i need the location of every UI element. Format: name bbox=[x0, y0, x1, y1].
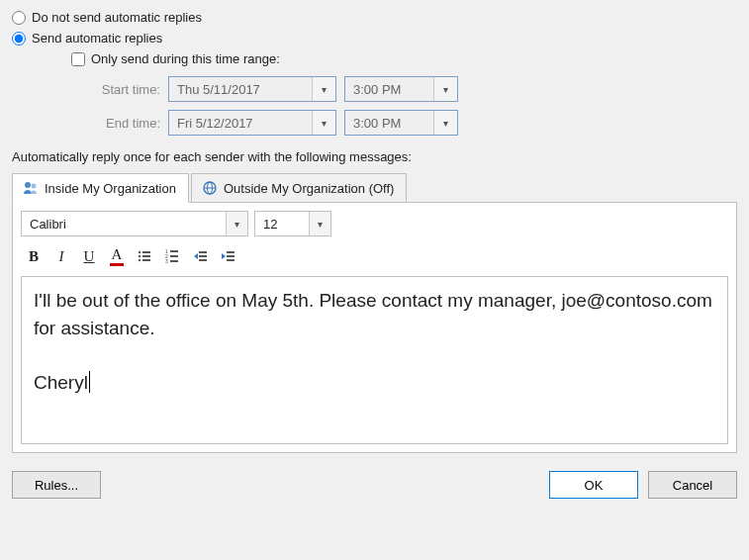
decrease-indent-button[interactable] bbox=[187, 244, 213, 268]
tab-outside-label: Outside My Organization (Off) bbox=[224, 181, 394, 196]
font-name-combo[interactable]: Calibri ▾ bbox=[21, 211, 248, 236]
end-date-combo[interactable]: Fri 5/12/2017 ▾ bbox=[168, 110, 336, 136]
chevron-down-icon[interactable]: ▾ bbox=[312, 77, 335, 101]
font-name-value: Calibri bbox=[22, 217, 226, 232]
svg-point-0 bbox=[25, 182, 31, 188]
time-range-checkbox-label: Only send during this time range: bbox=[91, 51, 280, 66]
ok-button[interactable]: OK bbox=[549, 471, 638, 499]
editor-panel: Calibri ▾ 12 ▾ B I U A 123 I'll be out o… bbox=[12, 202, 737, 453]
svg-rect-15 bbox=[170, 255, 178, 257]
svg-rect-14 bbox=[170, 250, 178, 252]
numbered-list-button[interactable]: 123 bbox=[159, 244, 185, 268]
italic-button[interactable]: I bbox=[48, 244, 74, 268]
svg-rect-18 bbox=[199, 251, 207, 253]
start-time-value: 3:00 PM bbox=[345, 82, 433, 97]
radio-send-label: Send automatic replies bbox=[32, 31, 162, 46]
svg-rect-20 bbox=[199, 259, 207, 261]
chevron-down-icon[interactable]: ▾ bbox=[433, 77, 457, 101]
svg-rect-19 bbox=[199, 255, 207, 257]
radio-do-not-send-label: Do not send automatic replies bbox=[32, 10, 202, 25]
svg-point-5 bbox=[139, 251, 140, 253]
time-range-grid: Start time: Thu 5/11/2017 ▾ 3:00 PM ▾ En… bbox=[71, 76, 737, 136]
formatting-toolbar: B I U A 123 bbox=[21, 242, 728, 276]
svg-marker-21 bbox=[222, 253, 226, 259]
chevron-down-icon[interactable]: ▾ bbox=[309, 212, 330, 235]
chevron-down-icon[interactable]: ▾ bbox=[433, 111, 457, 135]
users-icon bbox=[23, 180, 39, 196]
svg-rect-24 bbox=[227, 259, 234, 261]
font-color-button[interactable]: A bbox=[104, 244, 130, 268]
radio-do-not-send[interactable]: Do not send automatic replies bbox=[12, 10, 737, 25]
svg-rect-9 bbox=[142, 255, 150, 257]
text-cursor bbox=[89, 371, 90, 393]
end-time-combo[interactable]: 3:00 PM ▾ bbox=[344, 110, 458, 136]
start-date-value: Thu 5/11/2017 bbox=[169, 82, 312, 97]
section-label: Automatically reply once for each sender… bbox=[12, 149, 737, 164]
start-time-combo[interactable]: 3:00 PM ▾ bbox=[344, 76, 458, 102]
svg-rect-16 bbox=[170, 260, 178, 262]
dialog-footer: Rules... OK Cancel bbox=[12, 471, 737, 499]
end-time-label: End time: bbox=[71, 116, 160, 131]
time-range-checkbox[interactable] bbox=[71, 52, 85, 66]
svg-rect-22 bbox=[227, 251, 234, 253]
svg-rect-23 bbox=[227, 255, 234, 257]
font-size-combo[interactable]: 12 ▾ bbox=[254, 211, 331, 236]
svg-rect-8 bbox=[142, 251, 150, 253]
start-date-combo[interactable]: Thu 5/11/2017 ▾ bbox=[168, 76, 336, 102]
time-range-checkbox-row[interactable]: Only send during this time range: bbox=[71, 51, 737, 66]
bold-button[interactable]: B bbox=[21, 244, 47, 268]
tab-inside-label: Inside My Organization bbox=[45, 181, 176, 196]
svg-point-7 bbox=[139, 259, 140, 261]
radio-do-not-send-input[interactable] bbox=[12, 11, 26, 25]
underline-button[interactable]: U bbox=[76, 244, 102, 268]
chevron-down-icon[interactable]: ▾ bbox=[226, 212, 247, 235]
end-date-value: Fri 5/12/2017 bbox=[169, 116, 312, 131]
svg-text:3: 3 bbox=[165, 258, 168, 264]
end-time-value: 3:00 PM bbox=[345, 116, 433, 131]
svg-rect-10 bbox=[142, 259, 150, 261]
chevron-down-icon[interactable]: ▾ bbox=[312, 111, 335, 135]
radio-send-input[interactable] bbox=[12, 32, 26, 46]
bullet-list-button[interactable] bbox=[132, 244, 157, 268]
globe-icon bbox=[202, 180, 218, 196]
start-time-label: Start time: bbox=[71, 82, 160, 97]
font-size-value: 12 bbox=[255, 217, 309, 232]
message-text: I'll be out of the office on May 5th. Pl… bbox=[34, 290, 717, 393]
tab-inside-organization[interactable]: Inside My Organization bbox=[12, 173, 189, 203]
tab-outside-organization[interactable]: Outside My Organization (Off) bbox=[191, 173, 407, 203]
svg-point-6 bbox=[139, 255, 140, 257]
increase-indent-button[interactable] bbox=[215, 244, 240, 268]
cancel-button[interactable]: Cancel bbox=[648, 471, 737, 499]
rules-button[interactable]: Rules... bbox=[12, 471, 101, 499]
tabs: Inside My Organization Outside My Organi… bbox=[12, 172, 737, 202]
svg-point-1 bbox=[32, 184, 37, 189]
radio-send[interactable]: Send automatic replies bbox=[12, 31, 737, 46]
message-textarea[interactable]: I'll be out of the office on May 5th. Pl… bbox=[21, 276, 728, 444]
svg-marker-17 bbox=[194, 253, 198, 259]
